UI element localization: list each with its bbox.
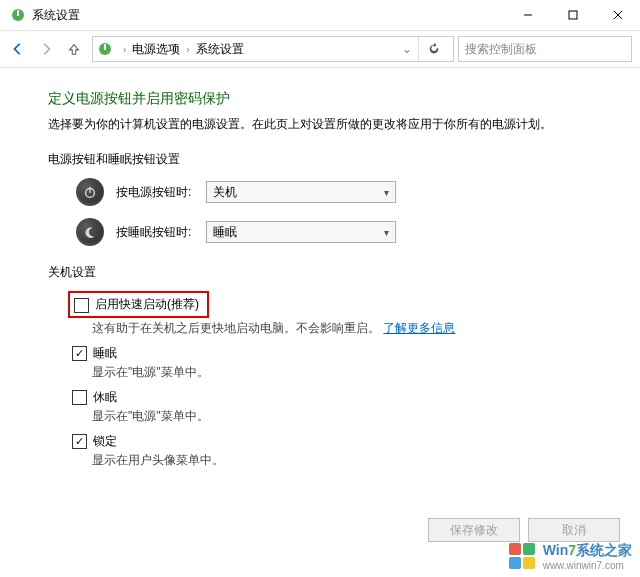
watermark-brand-a: Win [543,542,569,558]
learn-more-link[interactable]: 了解更多信息 [383,321,455,335]
watermark-logo-icon [507,541,537,571]
fast-startup-desc: 这有助于在关机之后更快地启动电脑。不会影响重启。 [92,321,380,335]
page-description: 选择要为你的计算机设置的电源设置。在此页上对设置所做的更改将应用于你所有的电源计… [48,116,616,133]
sleep-option-label: 睡眠 [93,345,117,362]
svg-rect-7 [104,44,106,50]
crumb-system-settings[interactable]: 系统设置 [196,41,244,58]
watermark: Win7系统之家 www.winwin7.com [507,541,632,571]
chevron-right-icon: › [186,44,189,55]
lock-option-desc: 显示在用户头像菜单中。 [92,452,616,469]
svg-rect-1 [17,10,19,16]
sleep-icon [76,218,104,246]
sleep-checkbox[interactable] [72,346,87,361]
svg-rect-9 [89,187,90,193]
fast-startup-highlight: 启用快速启动(推荐) [68,291,209,318]
hibernate-checkbox[interactable] [72,390,87,405]
up-button[interactable] [60,35,88,63]
sleep-button-label: 按睡眠按钮时: [116,224,206,241]
svg-rect-3 [569,11,577,19]
lock-checkbox[interactable] [72,434,87,449]
hibernate-option-label: 休眠 [93,389,117,406]
fast-startup-label: 启用快速启动(推荐) [95,296,199,313]
cancel-button[interactable]: 取消 [528,518,620,542]
sleep-button-value: 睡眠 [213,224,237,241]
page-title: 定义电源按钮并启用密码保护 [48,90,616,108]
watermark-brand-c: 系统之家 [576,542,632,558]
sleep-option-desc: 显示在"电源"菜单中。 [92,364,616,381]
chevron-down-icon: ▾ [384,187,389,198]
watermark-url: www.winwin7.com [543,560,632,571]
maximize-button[interactable] [550,0,595,30]
power-icon [76,178,104,206]
lock-option-label: 锁定 [93,433,117,450]
forward-button[interactable] [32,35,60,63]
power-button-label: 按电源按钮时: [116,184,206,201]
chevron-right-icon: › [123,44,126,55]
app-icon [10,7,26,23]
refresh-button[interactable] [418,37,449,61]
crumb-power-options[interactable]: 电源选项 [132,41,180,58]
sleep-button-select[interactable]: 睡眠 ▾ [206,221,396,243]
fast-startup-checkbox[interactable] [74,298,89,313]
close-button[interactable] [595,0,640,30]
power-button-value: 关机 [213,184,237,201]
watermark-brand-b: 7 [568,542,576,558]
power-button-select[interactable]: 关机 ▾ [206,181,396,203]
chevron-down-icon[interactable]: ⌄ [402,42,412,56]
minimize-button[interactable] [505,0,550,30]
hibernate-option-desc: 显示在"电源"菜单中。 [92,408,616,425]
search-placeholder: 搜索控制面板 [465,41,537,58]
section-shutdown-title: 关机设置 [48,264,616,281]
chevron-down-icon: ▾ [384,227,389,238]
back-button[interactable] [4,35,32,63]
window-title: 系统设置 [32,7,80,24]
search-input[interactable]: 搜索控制面板 [458,36,632,62]
power-options-icon [97,41,113,57]
breadcrumb[interactable]: › 电源选项 › 系统设置 ⌄ [92,36,454,62]
section-power-buttons-title: 电源按钮和睡眠按钮设置 [48,151,616,168]
save-button[interactable]: 保存修改 [428,518,520,542]
